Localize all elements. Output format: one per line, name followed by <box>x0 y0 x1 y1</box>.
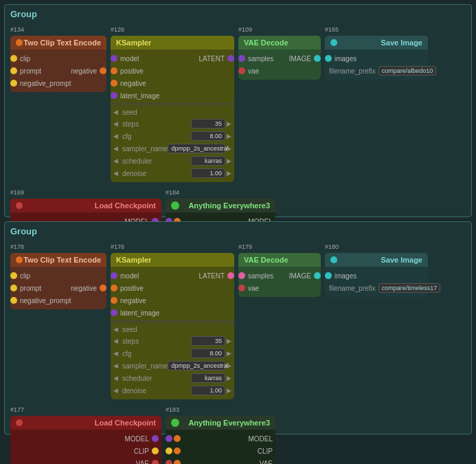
port-prompt: prompt negative <box>10 65 106 77</box>
value-scheduler[interactable]: karras <box>191 156 225 166</box>
port-negative-prompt: negative_prompt <box>10 77 106 89</box>
param-steps: ◀ steps 35 ▶ <box>111 118 234 130</box>
value-cfg-bot[interactable]: 8.00 <box>191 349 225 358</box>
label-vae: vae <box>245 67 262 75</box>
dot-latent-bot-in <box>111 309 117 316</box>
dot-vae-in <box>238 67 245 74</box>
dot-model-bot-out <box>152 435 159 442</box>
node-id-180: #180 <box>325 243 339 250</box>
label-clip: clip <box>17 55 33 63</box>
dot-vae-anybot-mid <box>174 460 181 464</box>
port-negative-bot: negative <box>111 294 234 307</box>
ksampler-top-body: model LATENT positive negative <box>111 49 234 182</box>
save-image-bot-header: Save Image <box>325 253 428 267</box>
value-steps-bot[interactable]: 35 <box>191 336 225 346</box>
clip-encode-top: #134 Two Clip Text Encode clip prompt ne… <box>10 36 106 92</box>
vae-decode-bot-header: VAE Decode <box>238 253 321 267</box>
filename-value-top[interactable]: compare/albedo10 <box>378 66 437 76</box>
checkpoint-bot-body: MODEL CLIP VAE ◀ ckpt_name copaxTimeless… <box>10 430 161 464</box>
param-seed-bot: ◀ seed <box>111 322 234 335</box>
label-samples-bot: samples <box>245 272 276 280</box>
dot-latent-bot-out <box>227 272 234 279</box>
anywhere-bot-body: MODEL CLIP <box>166 430 275 464</box>
label-samples: samples <box>245 55 276 63</box>
dot-samples-bot-in <box>238 272 245 279</box>
vae-decode-bot-body: samples IMAGE vae <box>238 267 321 297</box>
label-seed-bot: seed <box>120 326 231 333</box>
dot-vae-anybot-in <box>166 460 172 464</box>
port-model: model LATENT <box>111 52 234 65</box>
port-latent-image-bot: latent_image <box>111 307 234 319</box>
arrow-seed-bot: ◀ <box>113 326 118 333</box>
dot-neg-prompt <box>10 80 17 87</box>
clip-encode-top-title: Two Clip Text Encode <box>23 38 101 47</box>
port-neg-prompt-bot: negative_prompt <box>10 294 106 307</box>
label-model: model <box>117 55 141 63</box>
label-vae-anybot: VAE <box>257 460 275 465</box>
label-prompt-out: negative <box>68 67 100 75</box>
arrow-denoise-bot-r: ▶ <box>227 387 231 394</box>
vae-decode-bot: #179 VAE Decode samples IMAGE vae <box>238 253 321 297</box>
dot-image-bot-out <box>314 272 321 279</box>
label-images-bot: images <box>332 272 359 280</box>
param-scheduler-bot: ◀ scheduler karras ▶ <box>111 372 234 384</box>
group-top: Group #134 Two Clip Text Encode clip pro… <box>4 4 472 217</box>
node-id-179: #179 <box>238 243 252 250</box>
dot-clip-bot-out <box>152 448 159 454</box>
dot-model-bot-in <box>111 272 117 279</box>
arrow-cfg-bot: ◀ <box>113 350 118 357</box>
param-sampler-bot: ◀ sampler_name dpmpp_2s_ancestral ▶ <box>111 360 234 372</box>
value-steps[interactable]: 35 <box>191 119 225 129</box>
port-vae-bot-out: VAE <box>10 457 161 464</box>
node-id-177: #177 <box>10 406 24 413</box>
filename-value-bot[interactable]: compare/timeless17 <box>378 283 441 293</box>
port-images-bot-in: images <box>325 269 428 282</box>
port-model-bot-out: MODEL <box>10 432 161 445</box>
node-id-184: #184 <box>166 189 179 196</box>
node-id-134: #134 <box>10 26 24 33</box>
port-images-in: images <box>325 52 428 65</box>
value-sampler-bot[interactable]: dpmpp_2s_ancestral <box>168 361 225 371</box>
value-sampler[interactable]: dpmpp_2s_ancestral <box>168 144 225 153</box>
filename-label-bot: filename_prefix <box>329 285 376 292</box>
label-sampler: sampler_name <box>120 145 168 153</box>
arrow-denoise: ◀ <box>113 170 118 177</box>
label-steps: steps <box>120 120 191 128</box>
port-prompt-bot: prompt negative <box>10 282 106 294</box>
load-checkpoint-bot: #177 Load Checkpoint MODEL CLIP VAE <box>10 416 161 464</box>
vae-decode-top: #109 VAE Decode samples IMAGE vae <box>238 36 321 80</box>
label-negative-bot-out: negative <box>68 285 100 292</box>
dot-images-bot-in <box>325 272 332 279</box>
value-cfg[interactable]: 8.00 <box>191 131 225 141</box>
port-clip-anywhere-bot: CLIP <box>166 445 275 457</box>
arrow-steps-bot-r: ▶ <box>227 338 231 344</box>
label-model-bot: model <box>117 272 141 280</box>
label-prompt: prompt <box>17 67 44 75</box>
value-denoise[interactable]: 1.00 <box>191 168 225 178</box>
port-negative: negative <box>111 77 234 89</box>
port-positive-bot: positive <box>111 282 234 294</box>
ksampler-top-header: KSampler <box>111 36 234 49</box>
filename-row-bot: filename_prefix compare/timeless17 <box>325 282 428 294</box>
ksampler-bot-header: KSampler <box>111 253 234 267</box>
dot-clip-anybot-mid <box>174 448 181 454</box>
port-vae-in: vae <box>238 65 321 77</box>
node-id-109: #109 <box>238 26 252 33</box>
arrow-cfg-r: ▶ <box>227 133 231 140</box>
clip-encode-bot-header: Two Clip Text Encode <box>10 253 106 267</box>
label-vae-bot: vae <box>245 285 262 292</box>
ksampler-top: #126 KSampler model LATENT positive <box>111 36 234 182</box>
value-scheduler-bot[interactable]: karras <box>191 373 225 383</box>
node-id-176: #176 <box>111 243 124 250</box>
label-vae-bot-out: VAE <box>133 460 152 465</box>
value-denoise-bot[interactable]: 1.00 <box>191 386 225 395</box>
arrow-seed: ◀ <box>113 109 118 115</box>
clip-encode-top-body: clip prompt negative negative_prompt <box>10 49 106 92</box>
anywhere-bot: #183 Anything Everywhere3 MODEL <box>166 416 275 464</box>
label-scheduler-bot: scheduler <box>120 375 191 382</box>
label-latent-bot-out: LATENT <box>196 272 227 280</box>
param-seed: ◀ seed <box>111 105 234 118</box>
port-samples: samples IMAGE <box>238 52 321 65</box>
arrow-denoise-bot: ◀ <box>113 387 118 394</box>
label-image-out: IMAGE <box>286 55 314 63</box>
